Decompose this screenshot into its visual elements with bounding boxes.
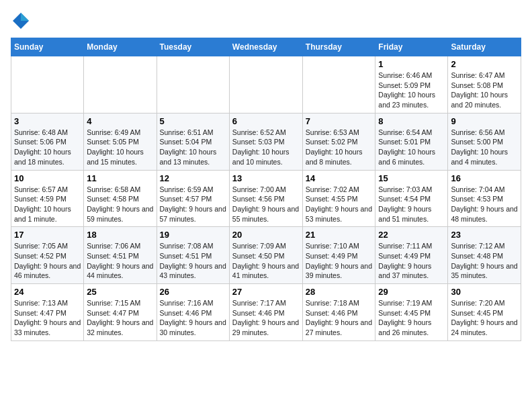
calendar-cell: 14Sunrise: 7:02 AM Sunset: 4:55 PM Dayli… bbox=[302, 170, 375, 227]
day-info: Sunrise: 7:10 AM Sunset: 4:49 PM Dayligh… bbox=[306, 241, 373, 281]
day-info: Sunrise: 7:05 AM Sunset: 4:52 PM Dayligh… bbox=[14, 241, 81, 281]
calendar-cell bbox=[302, 56, 375, 113]
day-number: 7 bbox=[306, 116, 373, 126]
day-number: 12 bbox=[160, 173, 226, 183]
day-info: Sunrise: 7:12 AM Sunset: 4:48 PM Dayligh… bbox=[451, 241, 518, 281]
day-info: Sunrise: 7:20 AM Sunset: 4:45 PM Dayligh… bbox=[451, 298, 518, 338]
day-info: Sunrise: 6:57 AM Sunset: 4:59 PM Dayligh… bbox=[14, 185, 81, 224]
day-info: Sunrise: 6:54 AM Sunset: 5:01 PM Dayligh… bbox=[378, 128, 445, 167]
logo bbox=[11, 11, 34, 31]
calendar-cell: 1Sunrise: 6:46 AM Sunset: 5:09 PM Daylig… bbox=[375, 56, 448, 113]
calendar-cell: 30Sunrise: 7:20 AM Sunset: 4:45 PM Dayli… bbox=[448, 284, 521, 341]
day-info: Sunrise: 6:56 AM Sunset: 5:00 PM Dayligh… bbox=[451, 128, 518, 167]
calendar-cell: 8Sunrise: 6:54 AM Sunset: 5:01 PM Daylig… bbox=[375, 113, 448, 170]
day-info: Sunrise: 6:51 AM Sunset: 5:04 PM Dayligh… bbox=[160, 128, 226, 167]
calendar-cell: 18Sunrise: 7:06 AM Sunset: 4:51 PM Dayli… bbox=[84, 227, 157, 284]
calendar-cell bbox=[229, 56, 302, 113]
calendar-cell: 11Sunrise: 6:58 AM Sunset: 4:58 PM Dayli… bbox=[84, 170, 157, 227]
calendar-cell: 3Sunrise: 6:48 AM Sunset: 5:06 PM Daylig… bbox=[11, 113, 84, 170]
day-info: Sunrise: 7:00 AM Sunset: 4:56 PM Dayligh… bbox=[232, 185, 300, 224]
calendar-cell: 24Sunrise: 7:13 AM Sunset: 4:47 PM Dayli… bbox=[11, 284, 84, 341]
day-number: 18 bbox=[87, 230, 153, 240]
day-info: Sunrise: 7:15 AM Sunset: 4:47 PM Dayligh… bbox=[87, 298, 153, 338]
day-number: 23 bbox=[451, 230, 518, 240]
weekday-header: Tuesday bbox=[157, 38, 229, 56]
calendar-cell: 17Sunrise: 7:05 AM Sunset: 4:52 PM Dayli… bbox=[11, 227, 84, 284]
day-number: 9 bbox=[451, 116, 518, 126]
calendar-cell: 19Sunrise: 7:08 AM Sunset: 4:51 PM Dayli… bbox=[157, 227, 229, 284]
calendar-cell: 12Sunrise: 6:59 AM Sunset: 4:57 PM Dayli… bbox=[157, 170, 229, 227]
calendar-cell: 6Sunrise: 6:52 AM Sunset: 5:03 PM Daylig… bbox=[229, 113, 302, 170]
day-number: 30 bbox=[451, 287, 518, 297]
weekday-header: Wednesday bbox=[229, 38, 302, 56]
day-number: 24 bbox=[14, 287, 81, 297]
calendar-cell: 16Sunrise: 7:04 AM Sunset: 4:53 PM Dayli… bbox=[448, 170, 521, 227]
day-number: 21 bbox=[306, 230, 373, 240]
day-number: 13 bbox=[232, 173, 300, 183]
calendar-cell: 28Sunrise: 7:18 AM Sunset: 4:46 PM Dayli… bbox=[302, 284, 375, 341]
day-number: 26 bbox=[160, 287, 226, 297]
weekday-header: Saturday bbox=[448, 38, 521, 56]
day-info: Sunrise: 7:03 AM Sunset: 4:54 PM Dayligh… bbox=[378, 185, 445, 224]
day-info: Sunrise: 6:47 AM Sunset: 5:08 PM Dayligh… bbox=[451, 71, 518, 110]
calendar-cell bbox=[11, 56, 84, 113]
calendar-cell: 21Sunrise: 7:10 AM Sunset: 4:49 PM Dayli… bbox=[302, 227, 375, 284]
day-number: 15 bbox=[378, 173, 445, 183]
day-number: 4 bbox=[87, 116, 153, 126]
calendar-cell: 13Sunrise: 7:00 AM Sunset: 4:56 PM Dayli… bbox=[229, 170, 302, 227]
calendar-week-row: 10Sunrise: 6:57 AM Sunset: 4:59 PM Dayli… bbox=[11, 170, 521, 227]
day-info: Sunrise: 7:18 AM Sunset: 4:46 PM Dayligh… bbox=[306, 298, 373, 338]
day-number: 16 bbox=[451, 173, 518, 183]
weekday-header: Sunday bbox=[11, 38, 84, 56]
day-number: 2 bbox=[451, 59, 518, 69]
day-info: Sunrise: 6:53 AM Sunset: 5:02 PM Dayligh… bbox=[306, 128, 373, 167]
calendar-week-row: 3Sunrise: 6:48 AM Sunset: 5:06 PM Daylig… bbox=[11, 113, 521, 170]
weekday-header: Thursday bbox=[302, 38, 375, 56]
calendar-table: SundayMondayTuesdayWednesdayThursdayFrid… bbox=[11, 38, 521, 341]
day-number: 27 bbox=[232, 287, 300, 297]
calendar-cell: 9Sunrise: 6:56 AM Sunset: 5:00 PM Daylig… bbox=[448, 113, 521, 170]
calendar-cell: 25Sunrise: 7:15 AM Sunset: 4:47 PM Dayli… bbox=[84, 284, 157, 341]
day-number: 25 bbox=[87, 287, 153, 297]
day-info: Sunrise: 7:11 AM Sunset: 4:49 PM Dayligh… bbox=[378, 241, 445, 281]
day-number: 28 bbox=[306, 287, 373, 297]
day-number: 20 bbox=[232, 230, 300, 240]
weekday-header: Monday bbox=[84, 38, 157, 56]
day-number: 8 bbox=[378, 116, 445, 126]
day-info: Sunrise: 7:19 AM Sunset: 4:45 PM Dayligh… bbox=[378, 298, 445, 338]
logo-icon bbox=[11, 11, 31, 31]
day-number: 1 bbox=[378, 59, 445, 69]
calendar-cell: 5Sunrise: 6:51 AM Sunset: 5:04 PM Daylig… bbox=[157, 113, 229, 170]
day-info: Sunrise: 7:09 AM Sunset: 4:50 PM Dayligh… bbox=[232, 241, 300, 281]
day-info: Sunrise: 6:48 AM Sunset: 5:06 PM Dayligh… bbox=[14, 128, 81, 167]
calendar-cell: 2Sunrise: 6:47 AM Sunset: 5:08 PM Daylig… bbox=[448, 56, 521, 113]
calendar-cell: 22Sunrise: 7:11 AM Sunset: 4:49 PM Dayli… bbox=[375, 227, 448, 284]
day-info: Sunrise: 6:58 AM Sunset: 4:58 PM Dayligh… bbox=[87, 185, 153, 224]
day-number: 11 bbox=[87, 173, 153, 183]
day-number: 29 bbox=[378, 287, 445, 297]
day-info: Sunrise: 7:16 AM Sunset: 4:46 PM Dayligh… bbox=[160, 298, 226, 338]
day-number: 10 bbox=[14, 173, 81, 183]
calendar-cell: 29Sunrise: 7:19 AM Sunset: 4:45 PM Dayli… bbox=[375, 284, 448, 341]
calendar-cell: 4Sunrise: 6:49 AM Sunset: 5:05 PM Daylig… bbox=[84, 113, 157, 170]
day-info: Sunrise: 6:59 AM Sunset: 4:57 PM Dayligh… bbox=[160, 185, 226, 224]
svg-marker-1 bbox=[21, 13, 29, 21]
day-info: Sunrise: 6:52 AM Sunset: 5:03 PM Dayligh… bbox=[232, 128, 300, 167]
day-number: 14 bbox=[306, 173, 373, 183]
page-header bbox=[11, 11, 521, 31]
day-number: 17 bbox=[14, 230, 81, 240]
day-info: Sunrise: 7:08 AM Sunset: 4:51 PM Dayligh… bbox=[160, 241, 226, 281]
day-number: 19 bbox=[160, 230, 226, 240]
day-info: Sunrise: 7:06 AM Sunset: 4:51 PM Dayligh… bbox=[87, 241, 153, 281]
calendar-cell bbox=[84, 56, 157, 113]
day-info: Sunrise: 7:13 AM Sunset: 4:47 PM Dayligh… bbox=[14, 298, 81, 338]
calendar-cell: 27Sunrise: 7:17 AM Sunset: 4:46 PM Dayli… bbox=[229, 284, 302, 341]
calendar-cell: 15Sunrise: 7:03 AM Sunset: 4:54 PM Dayli… bbox=[375, 170, 448, 227]
calendar-cell: 26Sunrise: 7:16 AM Sunset: 4:46 PM Dayli… bbox=[157, 284, 229, 341]
day-info: Sunrise: 7:17 AM Sunset: 4:46 PM Dayligh… bbox=[232, 298, 300, 338]
day-number: 3 bbox=[14, 116, 81, 126]
calendar-week-row: 17Sunrise: 7:05 AM Sunset: 4:52 PM Dayli… bbox=[11, 227, 521, 284]
day-info: Sunrise: 6:46 AM Sunset: 5:09 PM Dayligh… bbox=[378, 71, 445, 110]
day-info: Sunrise: 7:02 AM Sunset: 4:55 PM Dayligh… bbox=[306, 185, 373, 224]
weekday-header: Friday bbox=[375, 38, 448, 56]
